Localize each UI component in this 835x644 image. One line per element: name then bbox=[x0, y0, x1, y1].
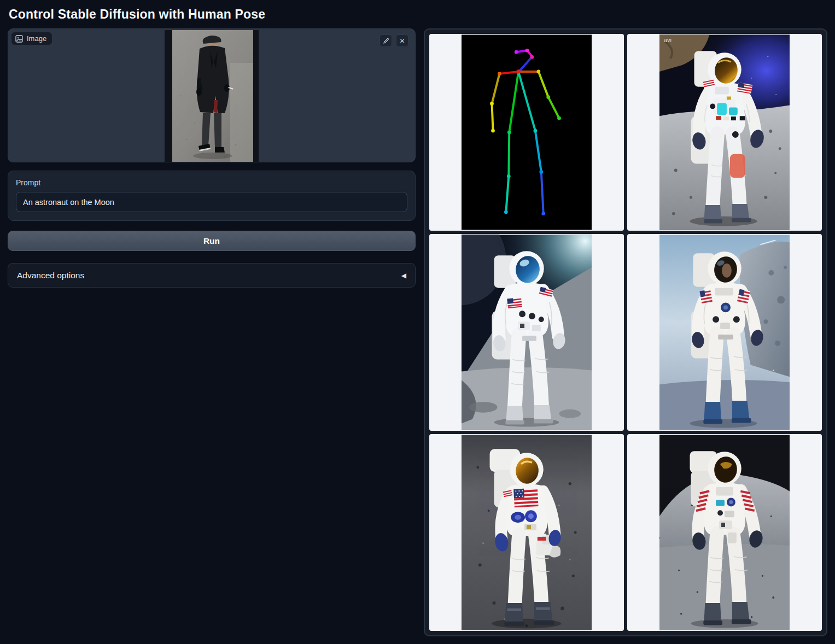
gallery-item-astronaut-1[interactable]: avi bbox=[627, 34, 822, 231]
gallery-item-astronaut-5[interactable] bbox=[627, 434, 822, 631]
run-button[interactable]: Run bbox=[8, 231, 416, 251]
gallery-item-astronaut-4[interactable] bbox=[429, 434, 624, 631]
image-label-badge: Image bbox=[11, 32, 52, 45]
uploaded-image-art bbox=[165, 30, 259, 162]
clear-image-button[interactable]: ✕ bbox=[396, 34, 408, 47]
main-layout: Image ✕ bbox=[8, 28, 827, 636]
input-column: Image ✕ bbox=[8, 28, 416, 288]
app-page: Control Stable Diffusion with Human Pose… bbox=[0, 0, 835, 636]
astronaut-image-1: avi bbox=[659, 34, 790, 230]
image-actions: ✕ bbox=[379, 34, 408, 47]
prompt-block: Prompt bbox=[8, 171, 416, 221]
watermark-text: avi bbox=[664, 37, 671, 43]
pencil-icon bbox=[383, 38, 389, 44]
astronaut-image-4 bbox=[462, 435, 592, 630]
prompt-label: Prompt bbox=[16, 178, 407, 187]
astronaut-image-3 bbox=[659, 235, 790, 430]
advanced-options-accordion[interactable]: Advanced options ◀ bbox=[8, 263, 416, 288]
image-upload-component[interactable]: Image ✕ bbox=[8, 28, 416, 162]
prompt-input[interactable] bbox=[16, 192, 407, 212]
gallery-item-astronaut-2[interactable] bbox=[429, 234, 624, 431]
close-icon: ✕ bbox=[399, 37, 405, 45]
astronaut-image-5 bbox=[659, 435, 790, 630]
page-title: Control Stable Diffusion with Human Pose bbox=[8, 0, 827, 28]
uploaded-image bbox=[165, 30, 259, 162]
astronaut-image-2 bbox=[462, 235, 592, 430]
advanced-options-label: Advanced options bbox=[17, 271, 84, 280]
image-icon bbox=[15, 35, 23, 43]
output-gallery: avi bbox=[424, 28, 827, 636]
gallery-item-pose[interactable] bbox=[429, 34, 624, 231]
gallery-item-astronaut-3[interactable] bbox=[627, 234, 822, 431]
output-column: avi bbox=[424, 28, 827, 636]
image-label: Image bbox=[27, 34, 46, 43]
pose-skeleton-image bbox=[462, 34, 592, 230]
edit-image-button[interactable] bbox=[379, 34, 392, 47]
caret-left-icon: ◀ bbox=[401, 272, 406, 279]
